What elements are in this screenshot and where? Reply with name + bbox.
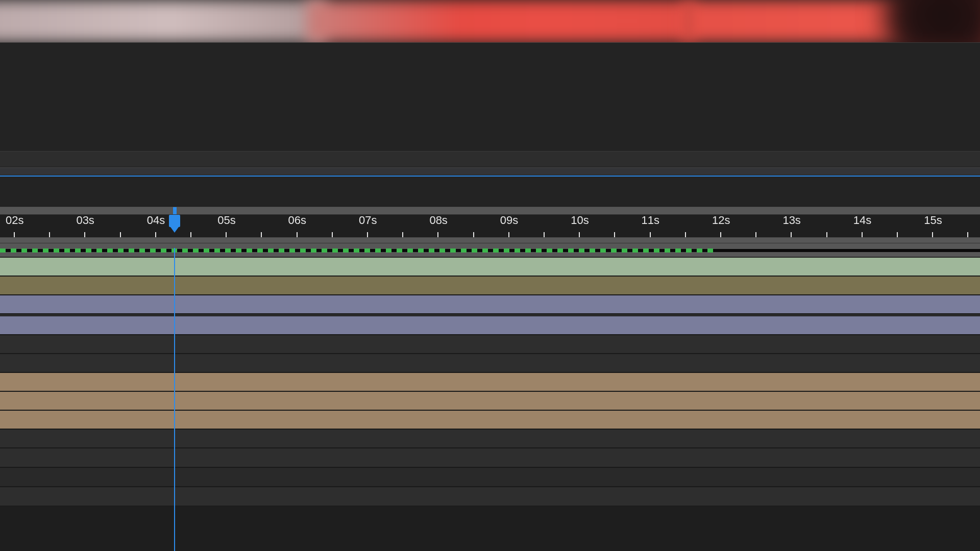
cache-frame-dash	[665, 248, 670, 253]
cache-frame-dash	[568, 248, 574, 253]
cache-frame-dash	[450, 248, 456, 253]
cache-frame-dash	[493, 248, 499, 253]
ruler-tick: 11s	[642, 215, 659, 237]
cache-frame-dash	[247, 248, 252, 253]
cache-frame-dash	[75, 248, 81, 253]
track-row[interactable]	[0, 391, 980, 410]
track-row[interactable]	[0, 354, 980, 372]
track-row[interactable]	[0, 295, 980, 314]
cache-frame-dash	[193, 248, 199, 253]
ruler-subtick	[261, 232, 262, 237]
render-cache-indicator	[0, 243, 980, 257]
cache-frame-dash	[472, 248, 477, 253]
cache-frame-dash	[386, 248, 391, 253]
cache-frame-dash	[289, 248, 295, 253]
ruler-tick: 04s	[147, 215, 165, 237]
ruler-subtick	[190, 232, 191, 237]
ruler-subtick	[685, 232, 686, 237]
cache-frame-dash	[279, 248, 284, 253]
cache-frame-dash	[150, 248, 156, 253]
playhead-stub-icon	[173, 207, 177, 214]
preview-blur-segment	[857, 0, 980, 42]
panel-band	[0, 151, 980, 167]
track-row[interactable]	[0, 372, 980, 391]
cache-frame-dash	[686, 248, 692, 253]
cache-frame-dash	[579, 248, 584, 253]
ruler-tick: 02s	[6, 215, 23, 237]
ruler-tick-label: 06s	[288, 214, 306, 227]
playhead-handle[interactable]	[169, 215, 180, 227]
ruler-tick-label: 05s	[217, 214, 235, 227]
cache-frame-dash	[354, 248, 359, 253]
ruler-subtick	[614, 232, 615, 237]
ruler-subtick	[332, 232, 333, 237]
ruler-subtick	[826, 232, 827, 237]
track-row[interactable]	[0, 467, 980, 487]
track-row[interactable]	[0, 429, 980, 448]
ruler-tick: 15s	[924, 215, 942, 237]
time-ruler[interactable]: 02s03s04s05s06s07s08s09s10s11s12s13s14s1…	[0, 207, 980, 243]
track-row[interactable]	[0, 335, 980, 354]
cache-frame-dash	[343, 248, 349, 253]
ruler-tick: 09s	[500, 215, 518, 237]
ruler-body[interactable]: 02s03s04s05s06s07s08s09s10s11s12s13s14s1…	[0, 215, 980, 238]
ruler-subtick	[402, 232, 403, 237]
cache-frame-dash	[311, 248, 316, 253]
playhead-line[interactable]	[174, 248, 175, 551]
ruler-tick: 10s	[571, 215, 589, 237]
cache-frame-dash	[375, 248, 381, 253]
ruler-tick: 03s	[76, 215, 94, 237]
cache-frame-dash	[32, 248, 38, 253]
ruler-tick-label: 04s	[147, 214, 165, 227]
ruler-subtick	[49, 232, 50, 237]
ruler-tick: 08s	[429, 215, 447, 237]
cache-frame-dash	[268, 248, 274, 253]
timeline-top-divider	[0, 167, 980, 176]
panel-upper	[0, 42, 980, 167]
cache-frame-dash	[600, 248, 606, 253]
ruler-tick: 14s	[853, 215, 871, 237]
track-row[interactable]	[0, 316, 980, 335]
cache-band	[0, 249, 980, 252]
cache-frame-dash	[407, 248, 413, 253]
ruler-tick: 05s	[217, 215, 235, 237]
ruler-tick: 12s	[712, 215, 730, 237]
track-row[interactable]	[0, 410, 980, 429]
preview-thumbnail-strip	[0, 0, 980, 42]
ruler-tick-label: 15s	[924, 214, 942, 227]
cache-frame-dash	[96, 248, 102, 253]
cache-frame-dash	[214, 248, 220, 253]
ruler-tick: 06s	[288, 215, 306, 237]
cache-frame-dash	[129, 248, 134, 253]
cache-frame-dash	[504, 248, 509, 253]
ruler-tick-label: 03s	[76, 214, 94, 227]
cache-frame-dash	[161, 248, 166, 253]
cache-frame-dash	[622, 248, 627, 253]
cache-frame-dash	[43, 248, 48, 253]
ruler-tick-label: 08s	[429, 214, 447, 227]
cache-frame-dash	[429, 248, 434, 253]
ruler-subtick	[120, 232, 121, 237]
cache-frame-dash	[364, 248, 370, 253]
track-row[interactable]	[0, 448, 980, 467]
track-row[interactable]	[0, 487, 980, 506]
track-row[interactable]	[0, 276, 980, 295]
cache-frame-dash	[86, 248, 91, 253]
preview-blur-segment	[0, 0, 327, 42]
ruler-subtick	[897, 232, 898, 237]
ruler-subtick	[473, 232, 474, 237]
cache-frame-dash	[182, 248, 188, 253]
cache-frame-dash	[439, 248, 445, 253]
cache-frame-dash	[118, 248, 124, 253]
cache-frame-dash	[611, 248, 617, 253]
timeline-tracks[interactable]	[0, 257, 980, 506]
ruler-tick: 13s	[782, 215, 800, 237]
work-area-bar[interactable]	[0, 176, 980, 207]
cache-frame-dash	[300, 248, 306, 253]
cache-frame-dash	[632, 248, 638, 253]
cache-frame-dash	[21, 248, 27, 253]
cache-frame-dash	[643, 248, 649, 253]
track-row[interactable]	[0, 257, 980, 276]
ruler-tick-label: 09s	[500, 214, 518, 227]
cache-frame-dash	[525, 248, 531, 253]
